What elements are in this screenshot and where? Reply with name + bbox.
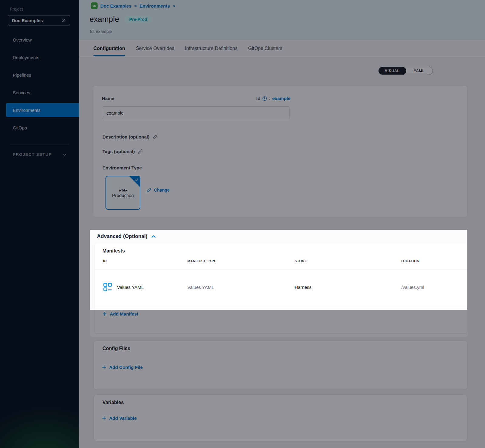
sidebar: Project Doc Examples Overview Deployment… bbox=[0, 0, 79, 448]
edit-icon bbox=[147, 188, 152, 192]
id-value-link[interactable]: example bbox=[272, 96, 290, 101]
manifest-location: /values.yml bbox=[401, 285, 424, 290]
description-edit[interactable]: Description (optional) bbox=[102, 134, 158, 139]
manifests-title: Manifests bbox=[102, 248, 125, 254]
id-prefix: Id bbox=[256, 96, 260, 101]
environment-type-tile-preproduction[interactable]: Pre-Production bbox=[105, 176, 140, 210]
id-colon: : bbox=[269, 96, 270, 101]
manifest-id: Values YAML bbox=[117, 285, 144, 290]
check-icon bbox=[134, 177, 139, 182]
env-type-badge: Pre-Prod bbox=[125, 16, 152, 23]
breadcrumb-separator: > bbox=[134, 3, 137, 8]
sidebar-item-gitops[interactable]: GitOps bbox=[0, 119, 79, 136]
tab-gitops-clusters[interactable]: GitOps Clusters bbox=[248, 40, 282, 57]
config-files-card: Config Files Add Config File bbox=[94, 341, 467, 389]
project-setup-toggle[interactable]: PROJECT SETUP bbox=[13, 152, 67, 157]
environment-type-label: Environment Type bbox=[102, 165, 142, 170]
project-selector[interactable]: Doc Examples bbox=[8, 15, 70, 25]
plus-icon bbox=[102, 416, 106, 420]
tab-configuration[interactable]: Configuration bbox=[93, 40, 125, 57]
tab-service-overrides[interactable]: Service Overrides bbox=[136, 40, 174, 57]
edit-icon bbox=[152, 134, 158, 139]
advanced-collapse-header[interactable]: Advanced (Optional) bbox=[97, 233, 156, 239]
toggle-visual[interactable]: VISUAL bbox=[378, 67, 406, 75]
name-label: Name bbox=[102, 96, 114, 101]
title-row: example Pre-Prod bbox=[89, 15, 152, 24]
project-selector-name: Doc Examples bbox=[12, 18, 43, 23]
manifests-table-header: ID MANIFEST TYPE STORE LOCATION bbox=[95, 259, 467, 265]
variables-title: Variables bbox=[102, 400, 124, 405]
column-manifest-type: MANIFEST TYPE bbox=[187, 259, 216, 263]
table-divider bbox=[95, 306, 467, 306]
breadcrumb-separator: > bbox=[172, 3, 175, 8]
sidebar-divider bbox=[10, 145, 69, 145]
id-row: Id : example bbox=[256, 96, 290, 101]
plus-icon bbox=[102, 312, 107, 316]
sidebar-item-deployments[interactable]: Deployments bbox=[0, 48, 79, 66]
sidebar-decoration-wave bbox=[0, 403, 79, 448]
add-config-file-label: Add Config File bbox=[109, 365, 143, 370]
change-label: Change bbox=[154, 188, 169, 192]
edit-icon bbox=[138, 149, 143, 154]
visual-yaml-toggle: VISUAL YAML bbox=[378, 67, 433, 75]
sidebar-item-environments[interactable]: Environments bbox=[6, 103, 79, 117]
advanced-optional-panel: Advanced (Optional) Manifests ID MANIFES… bbox=[90, 230, 468, 337]
chevron-down-icon bbox=[62, 152, 67, 157]
double-chevron-icon bbox=[61, 18, 66, 23]
page-title: example bbox=[89, 15, 119, 24]
project-setup-label: PROJECT SETUP bbox=[13, 152, 52, 157]
advanced-title: Advanced (Optional) bbox=[97, 233, 147, 239]
entity-id: Id: example bbox=[90, 29, 112, 34]
tab-bar: Configuration Service Overrides Infrastr… bbox=[79, 39, 485, 57]
tags-edit[interactable]: Tags (optional) bbox=[102, 149, 143, 154]
project-label: Project bbox=[10, 7, 23, 12]
page-header: Doc Examples > Environments > example Pr… bbox=[79, 0, 485, 39]
sidebar-item-pipelines[interactable]: Pipelines bbox=[0, 66, 79, 84]
manifest-store: Harness bbox=[295, 285, 312, 290]
tags-label: Tags (optional) bbox=[102, 149, 135, 154]
harness-cd-icon bbox=[91, 2, 98, 9]
breadcrumb-environments[interactable]: Environments bbox=[139, 3, 170, 8]
page-body: VISUAL YAML Name Id : example Descriptio… bbox=[79, 57, 485, 448]
app-window: Project Doc Examples Overview Deployment… bbox=[0, 0, 485, 448]
column-store: STORE bbox=[295, 259, 307, 263]
add-variable-label: Add Variable bbox=[109, 416, 137, 421]
change-env-type-button[interactable]: Change bbox=[147, 188, 169, 192]
sidebar-nav: Overview Deployments Pipelines Services … bbox=[0, 31, 79, 136]
variables-card: Variables Add Variable bbox=[94, 395, 467, 441]
add-variable-button[interactable]: Add Variable bbox=[102, 416, 137, 421]
manifest-type: Values YAML bbox=[187, 285, 214, 290]
add-manifest-label: Add Manifest bbox=[110, 311, 138, 316]
plus-icon bbox=[102, 365, 106, 369]
description-label: Description (optional) bbox=[102, 134, 149, 139]
main-content: Doc Examples > Environments > example Pr… bbox=[79, 0, 485, 448]
breadcrumb: Doc Examples > Environments > bbox=[91, 2, 175, 9]
column-location: LOCATION bbox=[401, 259, 419, 263]
environment-config-card: Name Id : example Description (optional) bbox=[93, 86, 467, 217]
config-files-title: Config Files bbox=[102, 346, 130, 351]
manifests-card: Manifests ID MANIFEST TYPE STORE LOCATIO… bbox=[95, 243, 467, 333]
column-id: ID bbox=[103, 259, 107, 263]
sidebar-item-services[interactable]: Services bbox=[0, 84, 79, 101]
tab-infrastructure-definitions[interactable]: Infrastructure Definitions bbox=[185, 40, 237, 57]
environment-type-value: Pre-Production bbox=[109, 188, 137, 198]
add-config-file-button[interactable]: Add Config File bbox=[102, 365, 143, 370]
toggle-yaml[interactable]: YAML bbox=[406, 67, 433, 75]
name-input[interactable] bbox=[102, 106, 290, 119]
manifest-row-values-yaml[interactable]: Values YAML Values YAML Harness /values.… bbox=[95, 269, 467, 306]
info-icon[interactable] bbox=[262, 96, 267, 101]
values-yaml-icon bbox=[103, 283, 112, 292]
chevron-up-icon bbox=[151, 234, 156, 239]
breadcrumb-doc-examples[interactable]: Doc Examples bbox=[100, 3, 132, 8]
sidebar-item-overview[interactable]: Overview bbox=[0, 31, 79, 48]
add-manifest-button[interactable]: Add Manifest bbox=[102, 311, 138, 316]
